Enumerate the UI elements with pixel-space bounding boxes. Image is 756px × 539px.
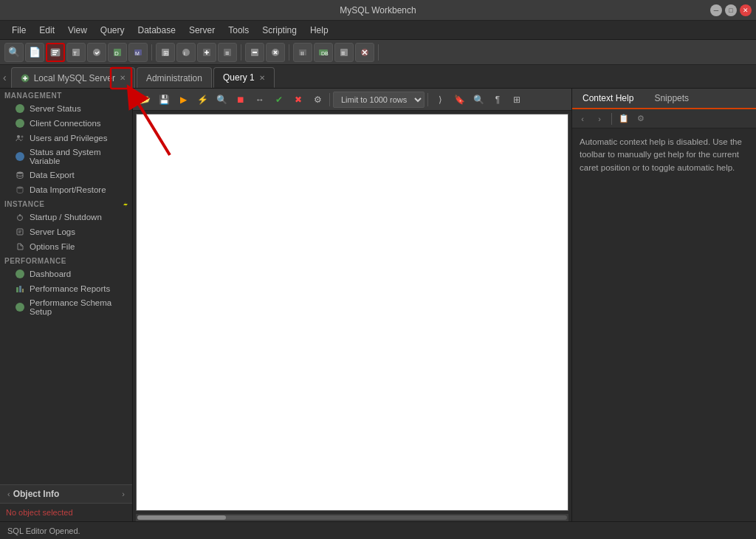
sidebar-item-users-privileges[interactable]: Users and Privileges	[0, 131, 132, 145]
tab-query-close[interactable]: ✕	[259, 74, 265, 82]
qtb-format-btn[interactable]: ⊞	[508, 92, 526, 108]
svg-point-29	[21, 136, 24, 138]
object-info-content: No object selected	[0, 504, 132, 521]
minimize-button[interactable]: ─	[710, 4, 722, 16]
qtb-rollback-btn[interactable]: ✖	[289, 92, 307, 108]
query-toolbar-sep	[329, 93, 330, 106]
svg-point-30	[17, 172, 23, 174]
sidebar-server-logs-label: Server Logs	[30, 227, 75, 236]
menu-database[interactable]: Database	[132, 23, 182, 38]
qtb-folder-btn[interactable]: 📂	[136, 92, 154, 108]
sidebar-item-performance-reports[interactable]: Performance Reports	[0, 281, 132, 296]
menu-server[interactable]: Server	[183, 23, 221, 38]
sidebar-item-client-connections[interactable]: Client Connections	[0, 116, 132, 131]
menu-scripting[interactable]: Scripting	[256, 23, 303, 38]
toolbar-btn-14[interactable]: II	[293, 43, 312, 62]
instance-label: INSTANCE	[4, 200, 129, 208]
svg-text:≡: ≡	[341, 49, 345, 57]
right-tb-forward[interactable]: ›	[592, 111, 607, 126]
toolbar-separator-1	[151, 44, 152, 61]
limit-rows-select[interactable]: Limit to 1000 rows No Limit Limit to 10 …	[333, 92, 425, 108]
data-export-icon	[15, 170, 25, 180]
tab-query[interactable]: Query 1 ✕	[213, 67, 275, 88]
object-info-collapse-right[interactable]: ›	[119, 488, 128, 500]
close-button[interactable]: ✕	[740, 4, 752, 16]
toolbar-btn-6[interactable]: D	[108, 43, 127, 62]
toolbar-btn-5[interactable]	[87, 43, 106, 62]
menu-query[interactable]: Query	[94, 23, 131, 38]
sidebar-item-server-logs[interactable]: Server Logs	[0, 224, 132, 239]
tab-bar: ‹ Local MySQL Server ✕ Administration Qu…	[0, 65, 756, 89]
toolbar-btn-10[interactable]	[197, 43, 216, 62]
tab-snippets[interactable]: Snippets	[644, 89, 699, 109]
maximize-button[interactable]: □	[725, 4, 737, 16]
toolbar-btn-4[interactable]: T	[66, 43, 86, 62]
qtb-save-btn[interactable]: 💾	[155, 92, 173, 108]
toolbar-btn-12[interactable]	[245, 43, 264, 62]
sidebar-item-status-variables[interactable]: Status and System Variable	[0, 145, 132, 168]
svg-text:⊞: ⊞	[163, 49, 169, 57]
scrollbar-thumb[interactable]	[137, 515, 226, 520]
qtb-toggle2-btn[interactable]: ⚙	[309, 92, 326, 108]
right-tb-back[interactable]: ‹	[575, 111, 590, 126]
sidebar-dashboard-label: Dashboard	[30, 270, 71, 278]
tab-connection[interactable]: Local MySQL Server ✕	[11, 67, 135, 88]
sidebar-item-data-export[interactable]: Data Export	[0, 168, 132, 182]
toolbar-btn-1[interactable]: 🔍	[4, 43, 24, 62]
tab-context-help[interactable]: Context Help	[572, 89, 644, 109]
sidebar-item-startup-shutdown[interactable]: Startup / Shutdown	[0, 210, 132, 224]
sidebar-item-dashboard[interactable]: Dashboard	[0, 267, 132, 281]
sidebar-item-data-import[interactable]: Data Import/Restore	[0, 182, 132, 197]
sidebar-item-performance-schema[interactable]: Performance Schema Setup	[0, 296, 132, 318]
performance-label: PERFORMANCE	[4, 257, 129, 265]
query-editor-scrollbar[interactable]	[136, 514, 568, 521]
tab-admin[interactable]: Administration	[137, 67, 212, 88]
toolbar-btn-8[interactable]: ⊞	[156, 43, 175, 62]
menu-help[interactable]: Help	[304, 23, 334, 38]
server-status-icon	[15, 103, 25, 114]
toolbar-btn-9[interactable]: i	[176, 43, 196, 62]
menu-view[interactable]: View	[62, 23, 93, 38]
toolbar-sql-editor-button[interactable]	[46, 43, 65, 62]
toolbar-btn-2[interactable]: 📄	[25, 43, 44, 62]
toolbar-btn-16[interactable]: ≡	[334, 43, 354, 62]
menubar: File Edit View Query Database Server Too…	[0, 21, 756, 40]
right-tb-icon1[interactable]: 📋	[616, 111, 631, 126]
qtb-bookmark-btn[interactable]: 🔖	[450, 92, 468, 108]
object-info-collapse-left[interactable]: ‹	[4, 488, 13, 500]
tab-nav-left[interactable]: ‹	[0, 67, 10, 88]
toolbar-btn-13[interactable]	[266, 43, 285, 62]
toolbar-btn-7[interactable]: M	[128, 43, 148, 62]
toolbar-btn-17[interactable]	[355, 43, 374, 62]
svg-rect-35	[19, 286, 21, 292]
tab-connection-close[interactable]: ✕	[120, 74, 126, 82]
sidebar-data-export-label: Data Export	[30, 171, 75, 179]
qtb-run-selected-btn[interactable]: ⚡	[193, 92, 211, 108]
qtb-commit-btn[interactable]: ✔	[270, 92, 288, 108]
right-panel: Context Help Snippets ‹ › 📋 ⚙ Automatic …	[571, 89, 756, 521]
sidebar-data-import-label: Data Import/Restore	[30, 185, 106, 194]
qtb-jump-btn[interactable]: ⟩	[431, 92, 449, 108]
sidebar-item-server-status[interactable]: Server Status	[0, 101, 132, 116]
sidebar-server-status-label: Server Status	[30, 104, 81, 113]
qtb-stop-btn[interactable]: ⏹	[232, 92, 250, 108]
qtb-toggle-btn[interactable]: ↔	[251, 92, 269, 108]
toolbar-btn-11[interactable]: ≡	[218, 43, 237, 62]
tab-query-label: Query 1	[223, 72, 255, 83]
sidebar-item-options-file[interactable]: Options File	[0, 239, 132, 254]
right-tab-toolbar: ‹ › 📋 ⚙	[572, 109, 756, 128]
qtb-explain-btn[interactable]: 🔍	[213, 92, 230, 108]
menu-edit[interactable]: Edit	[33, 23, 61, 38]
scrollbar-track	[137, 515, 567, 520]
qtb-indent-btn[interactable]: ¶	[489, 92, 506, 108]
query-editor[interactable]	[136, 114, 568, 511]
qtb-run-btn[interactable]: ▶	[174, 92, 192, 108]
svg-point-6	[93, 49, 100, 56]
toolbar-btn-15[interactable]: DB	[314, 43, 333, 62]
qtb-search-btn[interactable]: 🔍	[470, 92, 487, 108]
performance-section-header: PERFORMANCE	[0, 254, 132, 267]
menu-file[interactable]: File	[6, 23, 32, 38]
menu-tools[interactable]: Tools	[222, 23, 255, 38]
right-tb-icon2[interactable]: ⚙	[633, 111, 648, 126]
sidebar-client-connections-label: Client Connections	[30, 119, 101, 128]
